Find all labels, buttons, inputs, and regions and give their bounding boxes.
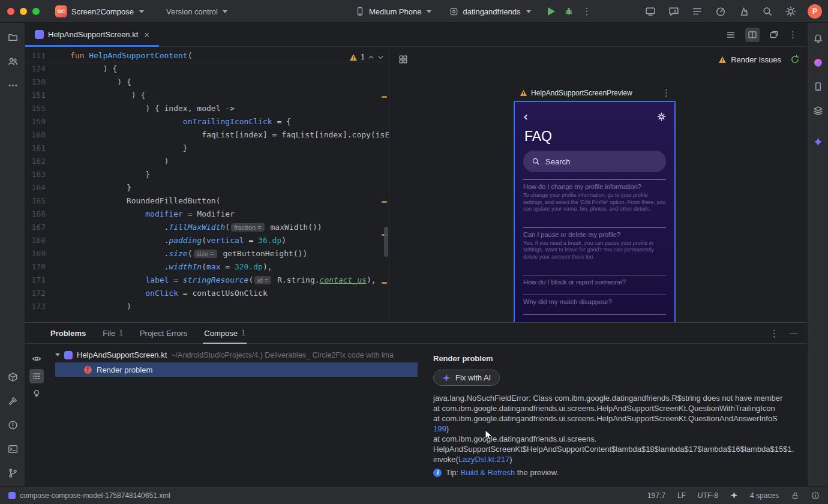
line-number[interactable]: 111 <box>25 49 46 62</box>
line-number[interactable]: 161 <box>25 142 46 155</box>
line-number[interactable]: 170 <box>25 260 46 274</box>
line-number[interactable]: 151 <box>25 89 46 102</box>
code-line-162[interactable]: 162 ) <box>25 155 389 168</box>
fix-with-ai-button[interactable]: Fix with AI <box>433 370 500 386</box>
code-line-171[interactable]: 171 label = stringResource(id = R.string… <box>25 274 389 287</box>
code-line-155[interactable]: 155 ) { index, model -> <box>25 102 389 115</box>
line-number[interactable]: 164 <box>25 181 46 194</box>
profile-avatar[interactable]: P <box>808 4 822 19</box>
device-manager-icon[interactable] <box>809 74 827 98</box>
design-view-icon[interactable] <box>767 28 781 42</box>
code-line-111[interactable]: 111fun HelpAndSupportContent( <box>25 49 389 62</box>
code-line-130[interactable]: 130 ) { <box>25 76 389 89</box>
code-line-159[interactable]: 159 onTrailingIconClick = { <box>25 115 389 128</box>
line-number[interactable]: 167 <box>25 221 46 234</box>
services-tool-icon[interactable] <box>2 365 23 389</box>
preview-options-icon[interactable]: ⋮ <box>662 88 671 98</box>
ai-assistant-status-icon[interactable] <box>730 491 738 499</box>
editor-options-icon[interactable]: ⋮ <box>788 29 797 40</box>
code-line-168[interactable]: 168 .padding(vertical = 36.dp) <box>25 234 389 247</box>
preview-issues-icon[interactable] <box>29 352 44 366</box>
build-tool-icon[interactable] <box>2 389 23 413</box>
zoom-window-button[interactable] <box>32 8 40 15</box>
line-number[interactable]: 163 <box>25 168 46 181</box>
inspection-widget[interactable]: 1 <box>346 53 384 61</box>
split-view-icon[interactable] <box>745 28 760 42</box>
caret-position-widget[interactable]: 197:7 <box>647 491 665 500</box>
line-number[interactable]: 168 <box>25 234 46 247</box>
scrollbar-warning-mark[interactable] <box>382 282 387 284</box>
problems-tab-compose[interactable]: Compose1 <box>204 323 245 344</box>
preview-device-frame[interactable]: ‹ FAQ Search How do I change my profile … <box>514 101 676 322</box>
code-editor[interactable]: 111fun HelpAndSupportContent(124 ) {130 … <box>25 47 389 322</box>
code-line-165[interactable]: 165 RoundedFilledButton( <box>25 194 389 208</box>
stack-trace-link[interactable]: 199 <box>433 424 446 433</box>
app-insights-icon[interactable] <box>737 5 751 18</box>
render-problem-row[interactable]: ! Render problem <box>55 362 418 377</box>
device-selector[interactable]: Medium Phone <box>355 7 431 16</box>
code-line-161[interactable]: 161 } <box>25 142 389 155</box>
gemini-icon[interactable] <box>809 130 827 154</box>
search-icon[interactable] <box>761 5 774 18</box>
gallery-view-icon[interactable] <box>397 53 410 66</box>
issues-list-icon[interactable] <box>29 369 44 383</box>
project-selector[interactable]: SC Screen2Compose <box>55 0 144 23</box>
project-tool-icon[interactable] <box>2 25 23 49</box>
status-info-icon[interactable] <box>811 491 820 500</box>
running-devices-icon[interactable] <box>809 98 827 122</box>
status-file-widget[interactable]: compose-compose-model-1758748140651.xml <box>8 491 170 500</box>
commit-tool-icon[interactable] <box>2 49 23 73</box>
minimize-window-button[interactable] <box>20 8 27 15</box>
settings-gear-icon[interactable] <box>784 5 797 18</box>
debug-button[interactable] <box>562 5 575 18</box>
previous-issue-icon[interactable] <box>368 54 374 61</box>
preview-card-header[interactable]: HelpAndSupportScreenPreview ⋮ <box>520 88 671 98</box>
encoding-widget[interactable]: UTF-8 <box>698 491 718 500</box>
profiler-icon[interactable] <box>714 5 727 18</box>
code-line-124[interactable]: 124 ) { <box>25 62 389 76</box>
line-separator-widget[interactable]: LF <box>677 491 686 500</box>
editor-tab-helpandsupportscreen[interactable]: HelpAndSupportScreen.kt × <box>25 23 159 47</box>
readonly-lock-icon[interactable] <box>791 491 799 500</box>
editor-scrollbar[interactable] <box>384 227 388 257</box>
chevron-down-icon[interactable] <box>55 353 60 356</box>
next-issue-icon[interactable] <box>377 54 384 61</box>
panel-options-icon[interactable]: ⋮ <box>770 328 779 339</box>
code-line-170[interactable]: 170 .widthIn(max = 320.dp), <box>25 260 389 274</box>
line-number[interactable]: 172 <box>25 287 46 300</box>
line-number[interactable]: 155 <box>25 102 46 115</box>
line-number[interactable]: 159 <box>25 115 46 128</box>
problems-file-row[interactable]: HelpAndSupportScreen.kt ~/AndroidStudioP… <box>48 347 445 362</box>
line-number[interactable]: 173 <box>25 300 46 313</box>
code-view-icon[interactable] <box>724 28 738 42</box>
code-line-166[interactable]: 166 modifier = Modifier <box>25 208 389 221</box>
line-number[interactable]: 171 <box>25 274 46 287</box>
line-number[interactable]: 124 <box>25 62 46 76</box>
code-line-172[interactable]: 172 onClick = contactUsOnClick <box>25 287 389 300</box>
indent-widget[interactable]: 4 spaces <box>750 491 779 500</box>
code-line-173[interactable]: 173 ) <box>25 300 389 313</box>
terminal-tool-icon[interactable] <box>2 437 23 461</box>
more-run-options-icon[interactable]: ⋮ <box>583 6 592 17</box>
device-mirroring-icon[interactable] <box>644 5 657 18</box>
code-line-164[interactable]: 164 } <box>25 181 389 194</box>
notifications-bell-icon[interactable] <box>809 26 827 50</box>
vcs-widget[interactable]: Version control <box>166 0 227 23</box>
scrollbar-warning-mark[interactable] <box>382 96 387 98</box>
line-number[interactable]: 165 <box>25 194 46 208</box>
code-line-163[interactable]: 163 } <box>25 168 389 181</box>
scrollbar-warning-mark[interactable] <box>382 201 387 203</box>
stack-trace-link[interactable]: LazyDsl.kt:217 <box>458 455 509 464</box>
line-number[interactable]: 169 <box>25 247 46 260</box>
version-control-tool-icon[interactable] <box>2 461 23 485</box>
problems-tab-file[interactable]: File1 <box>103 323 123 344</box>
code-line-169[interactable]: 169 .size(size = getButtonHeight()) <box>25 247 389 260</box>
run-button[interactable] <box>548 7 555 16</box>
line-number[interactable]: 160 <box>25 128 46 142</box>
line-number[interactable]: 130 <box>25 76 46 89</box>
close-window-button[interactable] <box>7 8 14 15</box>
refresh-preview-icon[interactable] <box>790 55 800 64</box>
code-line-167[interactable]: 167 .fillMaxWidth(fraction = maxWidth()) <box>25 221 389 234</box>
ai-chat-icon[interactable] <box>667 5 680 18</box>
run-configuration-selector[interactable]: datingandfriends <box>449 7 530 16</box>
